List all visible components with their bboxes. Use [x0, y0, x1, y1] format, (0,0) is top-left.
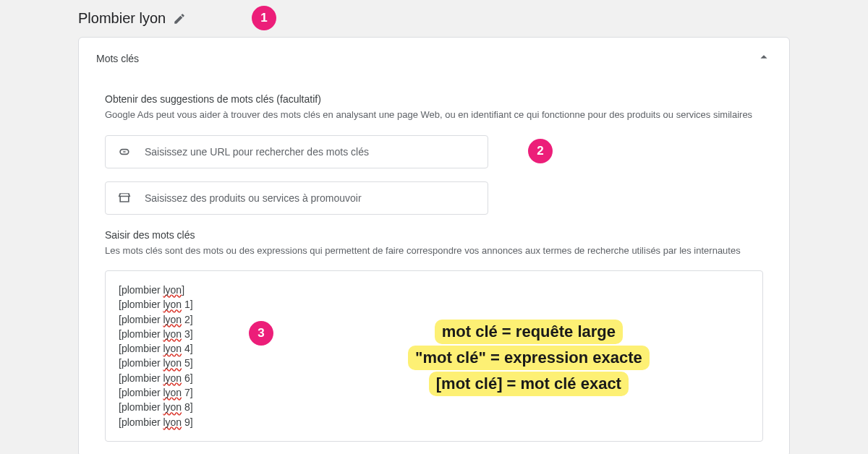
suggestions-desc: Google Ads peut vous aider à trouver des…	[105, 108, 763, 122]
card-header-title: Mots clés	[96, 53, 139, 64]
products-input-box[interactable]	[105, 181, 488, 215]
annotation-line-3: [mot clé] = mot clé exact	[429, 372, 629, 396]
keyword-line: [plombier lyon 1]	[119, 297, 749, 312]
enter-keywords-desc: Les mots clés sont des mots ou des expre…	[105, 244, 763, 258]
storefront-icon	[117, 191, 132, 205]
ad-group-header: Plombier lyon	[0, 0, 868, 37]
annotation-badge-3: 3	[249, 321, 273, 346]
annotation-badge-1: 1	[252, 6, 276, 30]
match-type-annotation: mot clé = requête large "mot clé" = expr…	[408, 320, 650, 398]
card-header[interactable]: Mots clés	[79, 38, 789, 80]
suggestions-section: Obtenir des suggestions de mots clés (fa…	[105, 93, 763, 215]
ad-group-title: Plombier lyon	[78, 10, 166, 27]
keyword-line: [plombier lyon 9]	[119, 415, 749, 429]
annotation-line-2: "mot clé" = expression exacte	[408, 346, 650, 370]
url-input[interactable]	[145, 146, 476, 158]
keyword-line: [plombier lyon]	[119, 283, 749, 297]
annotation-badge-2: 2	[528, 139, 553, 163]
suggestions-title: Obtenir des suggestions de mots clés (fa…	[105, 93, 763, 105]
products-input[interactable]	[145, 192, 476, 204]
enter-keywords-title: Saisir des mots clés	[105, 229, 763, 241]
chevron-up-icon[interactable]	[756, 49, 772, 68]
url-input-box[interactable]	[105, 135, 488, 168]
link-icon	[117, 145, 132, 159]
keyword-line: [plombier lyon 8]	[119, 400, 749, 414]
annotation-line-1: mot clé = requête large	[435, 320, 623, 344]
edit-icon[interactable]	[173, 12, 186, 25]
